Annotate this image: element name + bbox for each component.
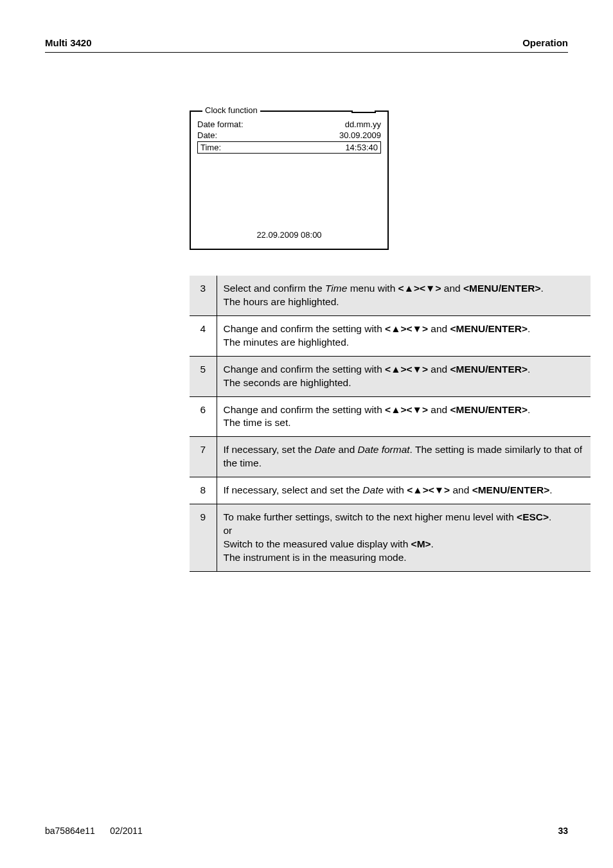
footer-date: 02/2011 bbox=[110, 826, 143, 836]
step-text: Change and confirm the setting with <▲><… bbox=[217, 396, 591, 437]
page-footer: ba75864e11 02/2011 33 bbox=[45, 826, 568, 836]
date-label: Date: bbox=[197, 130, 217, 140]
steps-table: 3 Select and confirm the Time menu with … bbox=[190, 276, 591, 572]
time-value: 14:53:40 bbox=[345, 143, 378, 152]
step-number: 4 bbox=[190, 315, 217, 356]
table-row: 8 If necessary, select and set the Date … bbox=[190, 477, 591, 504]
clock-notch bbox=[351, 111, 376, 113]
date-value: 30.09.2009 bbox=[339, 130, 381, 140]
clock-function-box: Clock function Date format: dd.mm.yy Dat… bbox=[190, 111, 389, 250]
step-number: 8 bbox=[190, 477, 217, 504]
page-number: 33 bbox=[558, 826, 568, 836]
step-text: Select and confirm the Time menu with <▲… bbox=[217, 276, 591, 315]
table-row: 6 Change and confirm the setting with <▲… bbox=[190, 396, 591, 437]
step-number: 9 bbox=[190, 504, 217, 572]
table-row: 9 To make further settings, switch to th… bbox=[190, 504, 591, 572]
table-row: 3 Select and confirm the Time menu with … bbox=[190, 276, 591, 315]
step-text: To make further settings, switch to the … bbox=[217, 504, 591, 572]
header-left: Multi 3420 bbox=[45, 37, 92, 48]
step-text: Change and confirm the setting with <▲><… bbox=[217, 356, 591, 396]
header-rule bbox=[45, 52, 568, 53]
step-text: Change and confirm the setting with <▲><… bbox=[217, 315, 591, 356]
clock-footer-timestamp: 22.09.2009 08:00 bbox=[191, 224, 387, 249]
step-number: 7 bbox=[190, 437, 217, 477]
step-number: 6 bbox=[190, 396, 217, 437]
header-right: Operation bbox=[522, 37, 568, 48]
step-number: 3 bbox=[190, 276, 217, 315]
date-format-label: Date format: bbox=[197, 120, 244, 129]
step-text: If necessary, set the Date and Date form… bbox=[217, 437, 591, 477]
step-text: If necessary, select and set the Date wi… bbox=[217, 477, 591, 504]
table-row: 4 Change and confirm the setting with <▲… bbox=[190, 315, 591, 356]
clock-title: Clock function bbox=[202, 105, 260, 115]
date-format-value: dd.mm.yy bbox=[345, 120, 381, 129]
footer-doc-id: ba75864e11 bbox=[45, 826, 95, 836]
time-row-selected: Time: 14:53:40 bbox=[197, 141, 381, 154]
step-number: 5 bbox=[190, 356, 217, 396]
table-row: 7 If necessary, set the Date and Date fo… bbox=[190, 437, 591, 477]
table-row: 5 Change and confirm the setting with <▲… bbox=[190, 356, 591, 396]
time-label: Time: bbox=[200, 143, 221, 152]
